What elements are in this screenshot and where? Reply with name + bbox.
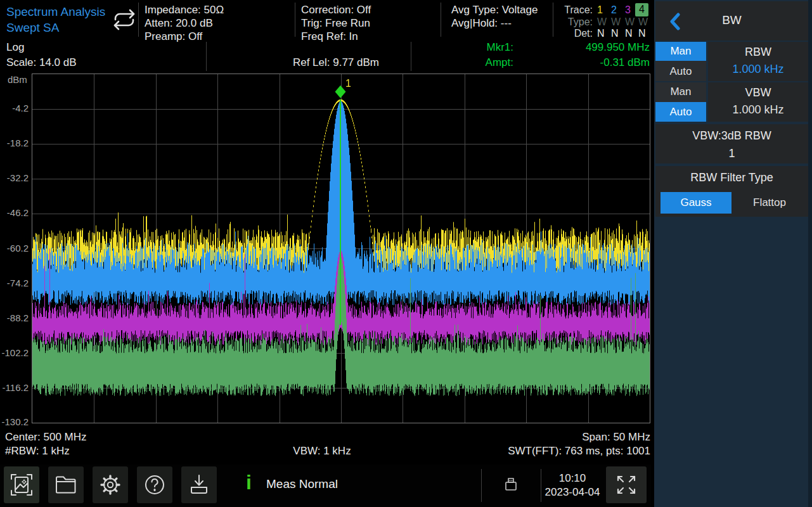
rbw-man-button[interactable]: Man — [655, 42, 706, 61]
atten-readout: Atten: 20.0 dB — [145, 16, 224, 30]
header-divider-1 — [138, 3, 139, 37]
vbw-value-tile[interactable]: VBW 1.000 kHz — [708, 82, 808, 122]
y-tick-label: -102.2 — [0, 347, 29, 359]
y-tick-label: -116.2 — [0, 382, 29, 394]
marker1-ampt-label: Ampt: — [444, 56, 513, 69]
trace-1-number[interactable]: 1 — [597, 4, 603, 16]
span-readout[interactable]: Span: 50 MHz — [507, 430, 650, 444]
screenshot-icon — [10, 473, 34, 497]
y-axis-unit-label: dBm — [8, 74, 27, 85]
trace-3-det: N — [625, 27, 633, 40]
scale-readout[interactable]: Scale: 14.0 dB — [6, 56, 77, 69]
gear-icon — [98, 473, 122, 497]
preamp-readout: Preamp: Off — [145, 30, 224, 43]
trace-1-type: W — [597, 16, 607, 29]
vbw-man-button[interactable]: Man — [655, 82, 706, 101]
ratio-label: VBW:3dB RBW — [655, 129, 808, 143]
type-row-label: Type: — [557, 16, 593, 29]
filter-flattop-button[interactable]: Flattop — [734, 192, 805, 214]
menu-title: BW — [655, 13, 808, 27]
y-tick-label: -32.2 — [0, 172, 29, 184]
usb-icon — [504, 477, 518, 493]
marker1-freq-value: 499.950 MHz — [513, 41, 650, 54]
trace-2-number[interactable]: 2 — [611, 4, 617, 16]
y-tick-label: -18.2 — [0, 138, 29, 149]
ref-level-readout[interactable]: Ref Lel: 9.77 dBm — [206, 56, 379, 69]
header-divider-2 — [295, 3, 295, 37]
settings-button[interactable] — [93, 466, 128, 503]
header-divider-3 — [441, 3, 441, 37]
trace-4-number-selected[interactable]: 4 — [635, 3, 648, 16]
menu-header: BW — [655, 1, 808, 41]
vbw-auto-button[interactable]: Auto — [655, 102, 706, 122]
rbw-auto-button[interactable]: Auto — [655, 61, 706, 81]
vbw-rbw-ratio-tile[interactable]: VBW:3dB RBW 1 — [655, 124, 808, 164]
y-tick-label: -74.2 — [0, 278, 29, 289]
repeat-icon — [112, 8, 137, 31]
vbw-label: VBW — [708, 86, 808, 99]
rbw-filter-type-tile: RBW Filter Type Gauss Flattop — [655, 166, 808, 217]
trace-1-det: N — [597, 27, 605, 40]
marker1-label: Mkr1: — [444, 41, 513, 54]
trig-readout: Trig: Free Run — [301, 16, 371, 30]
screenshot-button[interactable] — [4, 466, 39, 503]
status-info-icon: i — [246, 471, 252, 494]
help-icon — [143, 473, 167, 497]
vbw-man-auto-group: Man Auto — [655, 82, 706, 122]
ratio-value: 1 — [655, 147, 808, 160]
app-title-line2: Swept SA — [6, 20, 105, 35]
app-title: Spectrum Analysis Swept SA — [6, 4, 105, 35]
spectrum-plot-area[interactable] — [32, 74, 650, 423]
trace-3-type: W — [625, 16, 635, 29]
toolbar-divider-2 — [541, 469, 541, 502]
trace-3-number[interactable]: 3 — [625, 4, 631, 16]
avg-hold-readout: Avg|Hold: --- — [451, 16, 538, 30]
bw-menu-panel: BW Man Auto RBW 1.000 kHz Man Auto VBW 1… — [654, 0, 812, 507]
amp-mode-readout[interactable]: Log — [6, 41, 24, 54]
clock-time[interactable]: 10:10 — [542, 472, 603, 485]
trigger-settings-group[interactable]: Correction: Off Trig: Free Run Freq Ref:… — [301, 3, 371, 43]
freq-ref-readout: Freq Ref: In — [301, 30, 371, 43]
impedance-readout: Impedance: 50Ω — [145, 3, 224, 16]
file-explorer-button[interactable] — [48, 466, 84, 503]
row2-divider-2 — [411, 42, 411, 71]
rbw-label: RBW — [708, 46, 808, 59]
save-icon — [187, 473, 211, 497]
spectrum-canvas[interactable] — [32, 74, 650, 423]
det-row-label: Det: — [557, 27, 593, 40]
avg-type-readout: Avg Type: Voltage — [451, 3, 538, 16]
rbw-readout[interactable]: #RBW: 1 kHz — [5, 444, 70, 458]
status-label: Meas Normal — [266, 477, 338, 491]
vbw-value: 1.000 kHz — [708, 103, 808, 117]
y-tick-label: -60.2 — [0, 243, 29, 254]
rbw-value: 1.000 kHz — [708, 63, 808, 76]
marker1-ampt-value: -0.31 dBm — [513, 56, 650, 69]
usb-device-indicator[interactable] — [504, 477, 518, 496]
average-settings-group[interactable]: Avg Type: Voltage Avg|Hold: --- — [451, 3, 538, 30]
rbw-man-auto-group: Man Auto — [655, 42, 706, 81]
vbw-readout[interactable]: VBW: 1 kHz — [241, 444, 403, 458]
clock-date[interactable]: 2023-04-04 — [542, 485, 603, 499]
rbw-value-tile[interactable]: RBW 1.000 kHz — [708, 42, 808, 81]
toolbar-divider-1 — [481, 469, 482, 502]
center-freq-readout[interactable]: Center: 500 MHz — [5, 430, 87, 444]
fullscreen-button[interactable] — [606, 466, 647, 503]
save-button[interactable] — [181, 466, 217, 503]
y-tick-label: -130.2 — [0, 416, 29, 428]
y-tick-label: -4.2 — [0, 103, 29, 114]
spectrum-analyzer-screen: Spectrum Analysis Swept SA Impedance: 50… — [0, 0, 812, 507]
y-tick-label: -46.2 — [0, 207, 29, 219]
help-button[interactable] — [137, 466, 172, 503]
filter-gauss-button[interactable]: Gauss — [661, 192, 731, 214]
filter-type-label: RBW Filter Type — [655, 171, 808, 184]
correction-readout: Correction: Off — [301, 3, 371, 16]
sweep-time-readout[interactable]: SWT(FFT): 763 ms, pts: 1001 — [444, 444, 650, 458]
expand-arrows-icon — [614, 473, 638, 497]
trace-4-det: N — [638, 27, 646, 40]
trace-row-label: Trace: — [557, 4, 593, 16]
trace-2-type: W — [611, 16, 621, 29]
continuous-sweep-button[interactable] — [112, 8, 137, 34]
panel-edge-strip — [808, 0, 812, 507]
input-settings-group[interactable]: Impedance: 50Ω Atten: 20.0 dB Preamp: Of… — [145, 3, 224, 43]
trace-4-type: W — [638, 16, 648, 29]
